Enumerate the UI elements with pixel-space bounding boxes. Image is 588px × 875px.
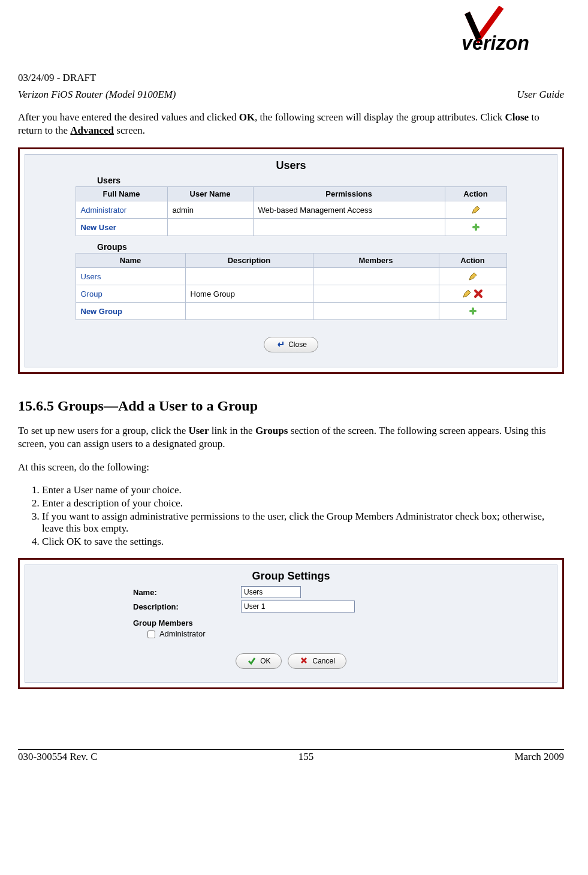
section-para-2: At this screen, do the following: <box>18 461 564 474</box>
table-row: New User <box>76 219 506 236</box>
edit-icon[interactable] <box>462 289 472 298</box>
description-field[interactable] <box>241 601 355 612</box>
cell-description: Home Group <box>185 285 313 303</box>
group-members-heading: Group Members <box>25 614 557 627</box>
footer-revision: 030-300554 Rev. C <box>18 751 98 763</box>
col-user-name: User Name <box>167 187 253 201</box>
delete-icon[interactable] <box>474 289 483 298</box>
ok-button-label: OK <box>260 657 270 665</box>
list-item: Enter a User name of your choice. <box>42 484 564 496</box>
administrator-checkbox-label: Administrator <box>159 629 206 638</box>
group-link-users[interactable]: Users <box>81 272 101 281</box>
users-panel-title: Users <box>25 155 557 174</box>
new-group-link[interactable]: New Group <box>81 307 122 316</box>
intro-paragraph: After you have entered the desired value… <box>18 111 564 137</box>
table-row: New Group <box>76 303 506 320</box>
footer-date: March 2009 <box>514 751 564 763</box>
cell-username: admin <box>167 201 253 219</box>
col-full-name: Full Name <box>76 187 167 201</box>
users-subhead: Users <box>25 174 557 186</box>
description-label: Description: <box>25 602 241 611</box>
users-screenshot: Users Users Full Name User Name Permissi… <box>18 147 564 374</box>
doc-type: User Guide <box>517 89 564 101</box>
col-description: Description <box>185 254 313 268</box>
add-icon[interactable] <box>468 306 478 316</box>
steps-list: Enter a User name of your choice. Enter … <box>30 484 564 548</box>
group-link-group[interactable]: Group <box>81 289 102 298</box>
cell-permissions: Web-based Management Access <box>253 201 445 219</box>
list-item: Click OK to save the settings. <box>42 536 564 548</box>
draft-line: 03/24/09 - DRAFT <box>18 72 564 84</box>
table-row: Group Home Group <box>76 285 506 303</box>
edit-icon[interactable] <box>468 271 478 281</box>
table-row: Users <box>76 268 506 285</box>
verizon-logo: verizon <box>450 6 564 56</box>
svg-rect-2 <box>472 226 480 228</box>
ok-button[interactable]: OK <box>236 653 282 669</box>
name-label: Name: <box>25 588 241 597</box>
device-name: Verizon FiOS Router (Model 9100EM) <box>18 89 176 101</box>
section-heading: 15.6.5 Groups—Add a User to a Group <box>18 398 564 414</box>
name-field[interactable] <box>241 586 301 598</box>
edit-icon[interactable] <box>471 205 481 215</box>
col-members: Members <box>313 254 439 268</box>
administrator-checkbox[interactable] <box>147 630 155 638</box>
cancel-button[interactable]: Cancel <box>288 653 346 669</box>
check-icon <box>247 656 257 666</box>
close-button[interactable]: Close <box>264 337 318 352</box>
footer-page-number: 155 <box>298 751 314 763</box>
svg-rect-4 <box>469 310 477 312</box>
group-settings-title: Group Settings <box>25 565 557 585</box>
user-link-admin[interactable]: Administrator <box>81 206 127 215</box>
col-action: Action <box>439 254 506 268</box>
add-icon[interactable] <box>471 222 481 232</box>
col-name: Name <box>76 254 185 268</box>
users-table: Full Name User Name Permissions Action A… <box>76 186 507 236</box>
x-icon <box>299 656 309 666</box>
svg-text:verizon: verizon <box>462 32 529 54</box>
list-item: If you want to assign administrative per… <box>42 511 564 535</box>
table-row: Administrator admin Web-based Management… <box>76 201 506 219</box>
group-settings-screenshot: Group Settings Name: Description: Group … <box>18 558 564 689</box>
list-item: Enter a description of your choice. <box>42 497 564 509</box>
close-button-label: Close <box>288 340 307 349</box>
groups-subhead: Groups <box>25 241 557 253</box>
groups-table: Name Description Members Action Users Gr <box>76 253 507 320</box>
page-footer: 030-300554 Rev. C 155 March 2009 <box>18 749 564 763</box>
cancel-button-label: Cancel <box>312 657 334 665</box>
section-para-1: To set up new users for a group, click t… <box>18 424 564 451</box>
return-icon <box>275 340 285 349</box>
new-user-link[interactable]: New User <box>81 223 116 232</box>
col-permissions: Permissions <box>253 187 445 201</box>
col-action: Action <box>445 187 506 201</box>
